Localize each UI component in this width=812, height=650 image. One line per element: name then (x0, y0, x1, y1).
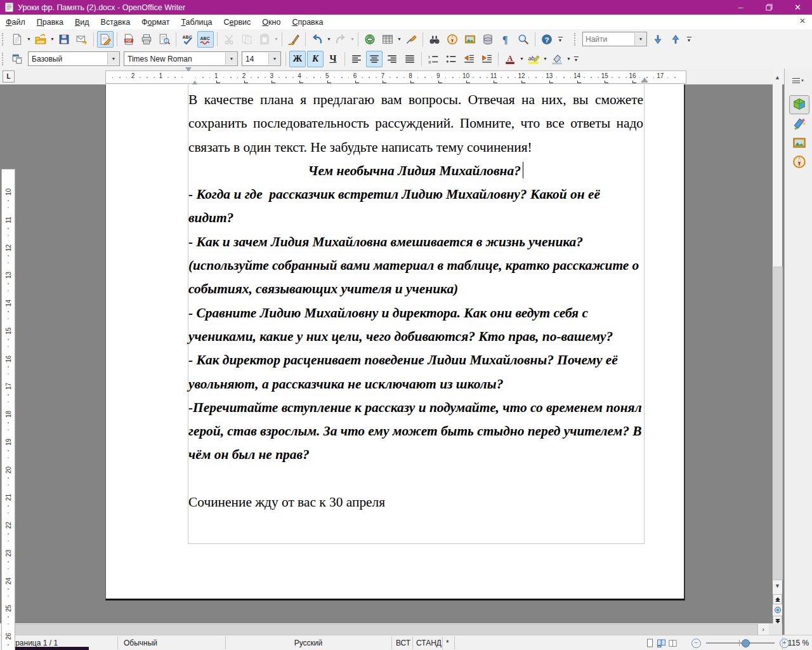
highlighting-button[interactable]: ab (525, 51, 542, 67)
send-email-button[interactable] (74, 31, 90, 48)
close-button[interactable]: ✕ (783, 0, 812, 15)
open-dropdown-icon[interactable]: ▼ (49, 32, 55, 47)
find-replace-button[interactable] (426, 31, 443, 48)
restore-button[interactable] (755, 0, 783, 15)
find-previous-button[interactable] (667, 31, 684, 48)
font-size-combo[interactable]: 14▼ (242, 51, 281, 66)
zoom-out-icon[interactable]: − (691, 639, 701, 648)
menu-сервис[interactable]: Сервис (218, 16, 257, 29)
single-page-view-icon[interactable] (646, 639, 654, 648)
zoom-level-field[interactable]: 115 % (788, 635, 809, 650)
navigator-button[interactable] (444, 31, 461, 48)
font-name-combo-dropdown-icon[interactable]: ▼ (225, 53, 237, 65)
styles-panel-button[interactable] (9, 51, 25, 67)
open-button[interactable] (32, 31, 49, 48)
bullet-list-button[interactable] (443, 51, 459, 67)
minimize-button[interactable]: – (726, 0, 755, 15)
copy-button[interactable] (239, 31, 255, 48)
underline-button[interactable]: Ч (325, 51, 341, 67)
selection-mode-field[interactable]: СТАНД (416, 635, 442, 650)
justify-button[interactable] (402, 51, 418, 67)
menu-вставка[interactable]: Вставка (95, 16, 136, 29)
toolbar-drag-handle[interactable] (2, 33, 6, 46)
paragraph[interactable]: - Как директор расценивает поведение Лид… (188, 348, 643, 396)
redo-button[interactable] (332, 31, 349, 48)
menu-правка[interactable]: Правка (31, 16, 69, 29)
find-dropdown-icon[interactable]: ▼ (634, 33, 646, 45)
spellcheck-button[interactable]: ABC (180, 31, 196, 48)
align-right-button[interactable] (384, 51, 400, 67)
sidebar-tab-gallery[interactable] (789, 133, 809, 152)
sidebar-settings-icon[interactable]: ▾ (790, 74, 806, 88)
format-paintbrush-button[interactable] (285, 31, 302, 48)
undo-dropdown-icon[interactable]: ▼ (326, 32, 332, 47)
insert-mode-field[interactable]: ВСТ (396, 635, 410, 650)
paragraph[interactable]: - Как и зачем Лидия Михайловна вмешивает… (188, 230, 643, 302)
paragraph[interactable]: В качестве плана я предлагаю вам вопросы… (188, 88, 643, 159)
font-color-dropdown-icon[interactable]: ▼ (519, 51, 525, 67)
menu-таблица[interactable]: Таблица (176, 16, 218, 29)
toolbar-overflow-icon[interactable]: ▼ (572, 51, 580, 67)
menu-справка[interactable]: Справка (286, 16, 329, 29)
toolbar-overflow-icon[interactable]: ▼ (684, 32, 693, 47)
align-left-button[interactable] (348, 51, 365, 67)
print-button[interactable] (138, 31, 155, 48)
vertical-scrollbar[interactable]: ▲ ▼ (773, 69, 782, 626)
highlighting-dropdown-icon[interactable]: ▼ (542, 51, 548, 67)
page-style-field[interactable]: Обычный (124, 635, 157, 650)
page-preview-button[interactable] (156, 31, 173, 48)
undo-button[interactable] (309, 31, 325, 48)
tab-stop-selector[interactable]: L (3, 70, 15, 83)
draw-functions-button[interactable] (403, 31, 419, 48)
table-button[interactable] (379, 31, 396, 48)
increase-indent-button[interactable] (478, 51, 495, 67)
new-document-dropdown-icon[interactable]: ▼ (26, 32, 32, 47)
vertical-scroll-thumb[interactable] (773, 267, 783, 580)
data-sources-button[interactable] (480, 31, 496, 48)
sidebar-tab-styles-and-formatting[interactable] (789, 114, 809, 133)
previous-page-button[interactable] (773, 594, 782, 604)
table-dropdown-icon[interactable]: ▼ (396, 32, 402, 47)
paragraph[interactable]: -Перечитайте вступление к рассказу и под… (188, 396, 643, 467)
paste-dropdown-icon[interactable]: ▼ (273, 32, 279, 47)
hyperlink-button[interactable] (362, 31, 378, 48)
redo-dropdown-icon[interactable]: ▼ (350, 32, 355, 47)
scroll-down-icon[interactable]: ▼ (773, 580, 782, 591)
paragraph[interactable]: - Когда и где рассказчик встретил Лидию … (188, 183, 643, 230)
bold-button[interactable]: Ж (289, 51, 306, 67)
close-document-icon[interactable]: ✕ (799, 17, 806, 25)
multi-page-view-icon[interactable] (657, 639, 665, 648)
export-pdf-button[interactable]: PDF (121, 31, 137, 48)
find-text-field[interactable] (583, 34, 632, 44)
language-field[interactable]: Русский (225, 635, 391, 650)
sidebar-tab-properties[interactable] (789, 95, 809, 114)
paragraph[interactable] (188, 467, 643, 491)
menu-файл[interactable]: Файл (0, 16, 31, 29)
document-page[interactable]: В качестве плана я предлагаю вам вопросы… (105, 84, 685, 600)
font-name-combo[interactable]: Times New Roman▼ (124, 51, 238, 66)
zoom-slider-thumb[interactable] (742, 639, 750, 647)
save-button[interactable] (56, 31, 72, 48)
toolbar-overflow-icon[interactable]: ▼ (556, 32, 565, 47)
toolbar-drag-handle[interactable] (2, 53, 6, 65)
decrease-indent-button[interactable] (461, 51, 477, 67)
horizontal-scroll-thumb[interactable] (11, 624, 758, 635)
paste-button[interactable] (256, 31, 273, 48)
font-size-combo-dropdown-icon[interactable]: ▼ (268, 53, 280, 65)
edit-file-button[interactable] (97, 31, 114, 48)
font-color-button[interactable]: А (502, 51, 518, 67)
menu-окно[interactable]: Окно (256, 16, 286, 29)
numbered-list-button[interactable]: III (425, 51, 442, 67)
paragraph-style-combo-dropdown-icon[interactable]: ▼ (107, 53, 119, 65)
cut-button[interactable] (221, 31, 237, 48)
zoom-button[interactable] (515, 31, 532, 48)
gallery-button[interactable] (462, 31, 478, 48)
italic-button[interactable]: К (307, 51, 324, 67)
paragraph[interactable]: Сочинение жду от вас к 30 апреля (188, 491, 643, 514)
scroll-up-icon[interactable]: ▲ (773, 72, 782, 83)
nonprinting-characters-button[interactable]: ¶ (497, 31, 514, 48)
auto-spellcheck-button[interactable]: ABC (197, 31, 214, 48)
background-color-dropdown-icon[interactable]: ▼ (566, 51, 572, 67)
paragraph[interactable]: Чем необычна Лидия Михайловна? (188, 159, 643, 183)
right-indent-marker[interactable] (641, 77, 648, 83)
